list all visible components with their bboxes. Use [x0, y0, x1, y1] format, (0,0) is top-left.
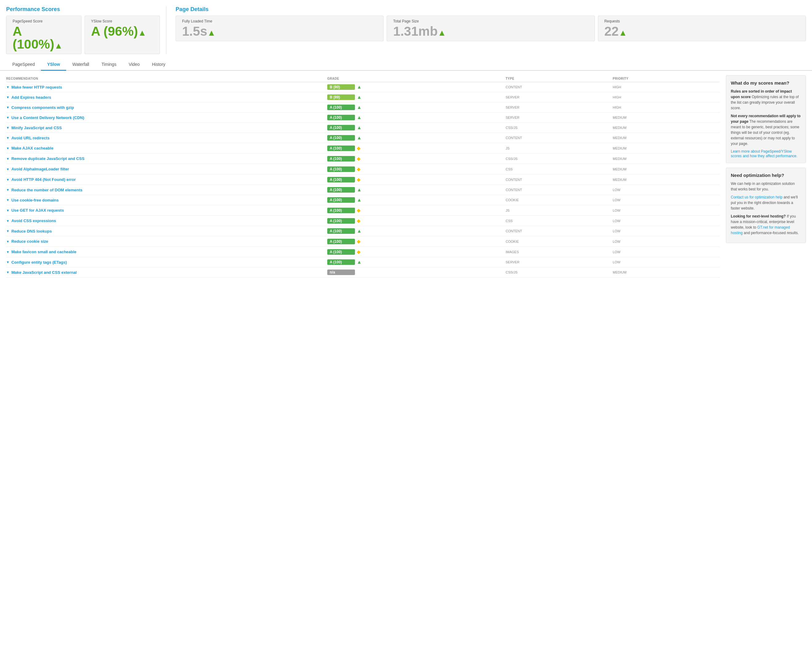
row-link-10[interactable]: Reduce the number of DOM elements: [12, 187, 83, 192]
row-priority-7: MEDIUM: [613, 157, 720, 161]
row-priority-15: LOW: [613, 240, 720, 243]
optimization-help-contact: Contact us for optimization help and we'…: [731, 194, 801, 211]
row-type-6: JS: [505, 146, 613, 150]
row-toggle-1[interactable]: ▼: [6, 95, 10, 99]
row-grade-16: A (100) ◆: [327, 249, 505, 255]
pagespeed-arrow: ▲: [54, 41, 63, 50]
grade-indicator-16: ◆: [357, 249, 360, 255]
row-grade-7: A (100) ◆: [327, 156, 505, 161]
recommendations-table: RECOMMENDATION GRADE TYPE PRIORITY ▼ Mak…: [6, 75, 720, 277]
row-recommendation-6: ▼ Make AJAX cacheable: [6, 146, 327, 151]
grade-bar-8: A (100): [327, 166, 355, 172]
grade-bar-2: A (100): [327, 105, 355, 110]
yslow-value: A (96%)▲: [91, 25, 154, 38]
row-recommendation-0: ▼ Make fewer HTTP requests: [6, 85, 327, 90]
scores-meaning-box: What do my scores mean? Rules are sorted…: [726, 75, 806, 163]
tab-history[interactable]: History: [146, 59, 172, 71]
row-priority-10: LOW: [613, 188, 720, 192]
row-toggle-9[interactable]: ▼: [6, 178, 10, 181]
pagespeed-value: A (100%)▲: [13, 25, 75, 51]
row-toggle-5[interactable]: ▼: [6, 136, 10, 140]
grade-bar-14: A (100): [327, 228, 355, 234]
row-recommendation-4: ▼ Minify JavaScript and CSS: [6, 126, 327, 130]
row-link-16[interactable]: Make favicon small and cacheable: [12, 249, 76, 254]
row-type-13: CSS: [505, 219, 613, 223]
row-grade-12: A (100) ◆: [327, 207, 505, 213]
row-link-0[interactable]: Make fewer HTTP requests: [12, 85, 62, 90]
grade-bar-17: A (100): [327, 259, 355, 265]
row-toggle-6[interactable]: ▼: [6, 146, 10, 150]
row-priority-9: MEDIUM: [613, 178, 720, 181]
hosting-end: and performance-focused results.: [744, 231, 799, 235]
row-type-2: SERVER: [505, 106, 613, 109]
row-toggle-8[interactable]: ▼: [6, 168, 10, 171]
col-header-priority: PRIORITY: [613, 77, 720, 80]
row-toggle-16[interactable]: ▼: [6, 250, 10, 254]
row-toggle-11[interactable]: ▼: [6, 198, 10, 202]
row-link-8[interactable]: Avoid AlphaImageLoader filter: [12, 167, 69, 171]
grade-indicator-4: ▲: [357, 125, 362, 131]
tab-video[interactable]: Video: [123, 59, 146, 71]
row-link-13[interactable]: Avoid CSS expressions: [12, 219, 56, 223]
row-type-18: CSS/JS: [505, 270, 613, 274]
tab-timings[interactable]: Timings: [95, 59, 123, 71]
row-link-11[interactable]: Use cookie-free domains: [12, 198, 59, 202]
row-type-15: COOKIE: [505, 240, 613, 243]
row-link-9[interactable]: Avoid HTTP 404 (Not Found) error: [12, 177, 76, 182]
row-link-7[interactable]: Remove duplicate JavaScript and CSS: [12, 156, 85, 161]
row-recommendation-7: ▼ Remove duplicate JavaScript and CSS: [6, 156, 327, 161]
row-toggle-14[interactable]: ▼: [6, 229, 10, 233]
table-row: ▼ Use GET for AJAX requests A (100) ◆ JS…: [6, 205, 720, 216]
tabs: PageSpeed YSlow Waterfall Timings Video …: [6, 59, 806, 70]
row-grade-8: A (100) ◆: [327, 166, 505, 172]
table-row: ▼ Minify JavaScript and CSS A (100) ▲ CS…: [6, 123, 720, 133]
table-row: ▼ Configure entity tags (ETags) A (100) …: [6, 257, 720, 267]
row-toggle-12[interactable]: ▼: [6, 209, 10, 212]
row-link-1[interactable]: Add Expires headers: [12, 95, 51, 100]
table-row: ▼ Reduce cookie size A (100) ◆ COOKIE LO…: [6, 236, 720, 247]
page-details-panel: Page Details Fully Loaded Time 1.5s▲ Tot…: [166, 6, 806, 54]
row-toggle-0[interactable]: ▼: [6, 85, 10, 89]
row-link-14[interactable]: Reduce DNS lookups: [12, 229, 52, 234]
tab-yslow[interactable]: YSlow: [41, 59, 66, 71]
scores-meaning-link[interactable]: Learn more about PageSpeed/YSlow scores …: [731, 149, 797, 158]
contact-link[interactable]: Contact us for optimization help: [731, 195, 782, 199]
row-toggle-18[interactable]: ▼: [6, 270, 10, 274]
row-toggle-15[interactable]: ▼: [6, 240, 10, 243]
scores-meaning-para1: Rules are sorted in order of impact upon…: [731, 89, 801, 111]
tab-pagespeed[interactable]: PageSpeed: [6, 59, 41, 71]
total-size-value: 1.31mb▲: [393, 25, 588, 38]
grade-indicator-11: ▲: [357, 197, 362, 203]
row-link-17[interactable]: Configure entity tags (ETags): [12, 260, 67, 265]
row-grade-9: A (100) ◆: [327, 177, 505, 183]
row-link-5[interactable]: Avoid URL redirects: [12, 136, 50, 140]
row-toggle-13[interactable]: ▼: [6, 219, 10, 223]
row-type-1: SERVER: [505, 95, 613, 99]
row-toggle-2[interactable]: ▼: [6, 106, 10, 109]
row-toggle-7[interactable]: ▼: [6, 157, 10, 161]
row-priority-5: MEDIUM: [613, 136, 720, 140]
tabs-container: PageSpeed YSlow Waterfall Timings Video …: [0, 59, 812, 71]
row-priority-8: MEDIUM: [613, 168, 720, 171]
col-header-recommendation: RECOMMENDATION: [6, 77, 327, 80]
grade-indicator-5: ▲: [357, 135, 362, 141]
row-link-4[interactable]: Minify JavaScript and CSS: [12, 126, 62, 130]
row-type-4: CSS/JS: [505, 126, 613, 129]
row-toggle-4[interactable]: ▼: [6, 126, 10, 129]
row-toggle-3[interactable]: ▼: [6, 116, 10, 119]
table-row: ▼ Use a Content Delivery Network (CDN) A…: [6, 113, 720, 123]
row-link-12[interactable]: Use GET for AJAX requests: [12, 208, 64, 212]
table-row: ▼ Avoid CSS expressions A (100) ◆ CSS LO…: [6, 216, 720, 226]
row-link-3[interactable]: Use a Content Delivery Network (CDN): [12, 115, 84, 120]
grade-bar-13: A (100): [327, 218, 355, 224]
row-toggle-10[interactable]: ▼: [6, 188, 10, 192]
row-link-15[interactable]: Reduce cookie size: [12, 239, 48, 244]
row-recommendation-8: ▼ Avoid AlphaImageLoader filter: [6, 167, 327, 171]
row-recommendation-1: ▼ Add Expires headers: [6, 95, 327, 100]
row-link-6[interactable]: Make AJAX cacheable: [12, 146, 53, 151]
scores-meaning-para2: Not every recommendation will apply to y…: [731, 113, 801, 146]
tab-waterfall[interactable]: Waterfall: [66, 59, 95, 71]
row-toggle-17[interactable]: ▼: [6, 260, 10, 264]
row-link-18[interactable]: Make JavaScript and CSS external: [12, 270, 76, 275]
row-link-2[interactable]: Compress components with gzip: [12, 105, 74, 110]
